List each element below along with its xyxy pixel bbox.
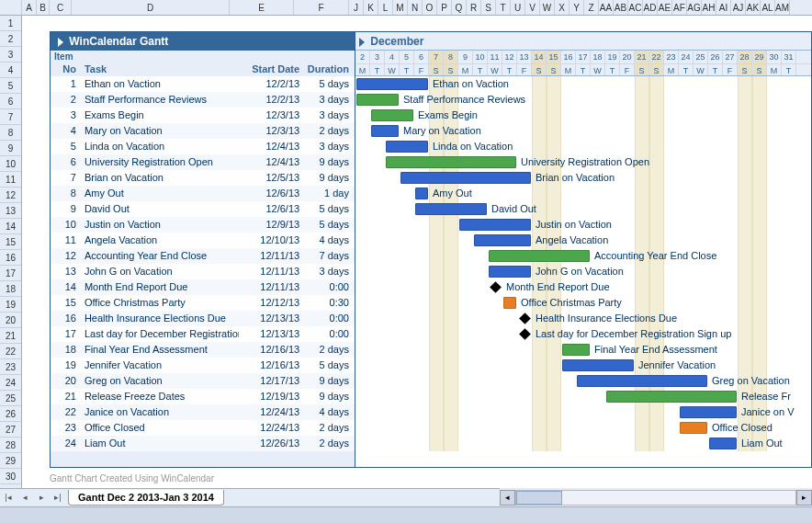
column-header-cell[interactable]: S — [481, 0, 496, 15]
column-header-cell[interactable]: U — [511, 0, 525, 15]
task-row[interactable]: 18Final Year End Assessment12/16/132 day… — [51, 342, 811, 358]
task-row[interactable]: 8Amy Out12/6/131 dayAmy Out — [51, 186, 811, 201]
row-header-cell[interactable]: 29 — [0, 453, 21, 469]
row-header-cell[interactable]: 24 — [0, 375, 21, 391]
task-row[interactable]: 12Accounting Year End Close12/11/137 day… — [51, 248, 811, 264]
gantt-bar[interactable] — [386, 156, 516, 168]
task-row[interactable]: 17Last day for December Registration12/1… — [51, 326, 811, 342]
row-header-cell[interactable]: 12 — [0, 188, 21, 203]
column-header-cell[interactable]: Y — [570, 0, 584, 15]
task-row[interactable]: 19Jennifer Vacation12/16/135 daysJennife… — [51, 358, 811, 373]
column-header-cell[interactable]: N — [408, 0, 423, 15]
row-header-cell[interactable]: 23 — [0, 359, 21, 375]
column-header-cell[interactable]: Q — [452, 0, 467, 15]
gantt-bar[interactable] — [371, 125, 399, 137]
scroll-thumb[interactable] — [516, 491, 562, 505]
row-header-cell[interactable]: 13 — [0, 203, 21, 219]
task-row[interactable]: 13John G on Vacation12/11/133 daysJohn G… — [51, 264, 811, 279]
gantt-bar[interactable] — [489, 266, 531, 278]
row-header-cell[interactable]: 4 — [0, 63, 21, 78]
column-header-cell[interactable]: Z — [584, 0, 599, 15]
task-row[interactable]: 1Ethan on Vaction12/2/135 daysEthan on V… — [51, 76, 811, 92]
column-header-cell[interactable]: AF — [672, 0, 687, 15]
row-header-cell[interactable]: 10 — [0, 156, 21, 172]
task-row[interactable]: 10Justin on Vaction12/9/135 daysJustin o… — [51, 217, 811, 233]
task-row[interactable]: 24Liam Out12/26/132 daysLiam Out — [51, 436, 811, 451]
task-row[interactable]: 6University Registration Open12/4/139 da… — [51, 154, 811, 170]
task-row[interactable]: 3Exams Begin12/3/133 daysExams Begin — [51, 108, 811, 123]
row-header-cell[interactable]: 19 — [0, 297, 21, 313]
column-header-cell[interactable]: AL — [761, 0, 775, 15]
task-row[interactable]: 7Brian on Vacation12/5/139 daysBrian on … — [51, 170, 811, 186]
column-header-cell[interactable]: AE — [658, 0, 672, 15]
column-header-cell[interactable]: F — [294, 0, 349, 15]
gantt-bar[interactable] — [709, 438, 737, 449]
column-header-cell[interactable]: AA — [599, 0, 614, 15]
task-row[interactable]: 15Office Christmas Party12/12/130:30Offi… — [51, 295, 811, 311]
task-row[interactable]: 4Mary on Vacation12/3/132 daysMary on Va… — [51, 123, 811, 139]
task-row[interactable]: 20Greg on Vacation12/17/139 daysGreg on … — [51, 373, 811, 389]
task-row[interactable]: 14Month End Report Due12/11/130:00Month … — [51, 279, 811, 295]
row-header-cell[interactable]: 8 — [0, 125, 21, 141]
gantt-bar[interactable] — [503, 297, 516, 309]
row-header-cell[interactable]: 20 — [0, 313, 21, 328]
column-header-cell[interactable]: C — [50, 0, 72, 15]
gantt-bar[interactable] — [489, 250, 590, 262]
row-header-cell[interactable]: 27 — [0, 422, 21, 438]
row-header-cell[interactable]: 9 — [0, 141, 21, 156]
column-header-cell[interactable]: E — [230, 0, 294, 15]
row-header-cell[interactable]: 18 — [0, 281, 21, 297]
row-header-cell[interactable]: 16 — [0, 250, 21, 266]
row-header-cell[interactable]: 17 — [0, 266, 21, 281]
sheet-tab-active[interactable]: Gantt Dec 2 2013-Jan 3 2014 — [68, 490, 224, 506]
row-header-cell[interactable]: 22 — [0, 344, 21, 359]
row-headers[interactable]: 1234567891011121314151617181920212223242… — [0, 16, 22, 488]
task-row[interactable]: 22Janice on Vacation12/24/134 daysJanice… — [51, 404, 811, 420]
row-header-cell[interactable]: 26 — [0, 406, 21, 422]
column-header-cell[interactable]: R — [467, 0, 481, 15]
column-header-cell[interactable]: L — [378, 0, 393, 15]
row-header-cell[interactable]: 28 — [0, 438, 21, 453]
row-header-cell[interactable]: 1 — [0, 16, 21, 31]
gantt-bar[interactable] — [415, 188, 428, 199]
column-header-cell[interactable]: B — [37, 0, 50, 15]
scroll-left-icon[interactable]: ◂ — [500, 490, 515, 506]
row-header-cell[interactable]: 14 — [0, 219, 21, 234]
gantt-bar[interactable] — [356, 78, 428, 90]
column-header-cell[interactable]: O — [423, 0, 437, 15]
column-header-cell[interactable]: P — [437, 0, 452, 15]
column-header-cell[interactable]: AK — [746, 0, 761, 15]
task-row[interactable]: 11Angela Vacation12/10/134 daysAngela Va… — [51, 233, 811, 248]
row-header-cell[interactable]: 7 — [0, 109, 21, 125]
row-header-cell[interactable]: 21 — [0, 328, 21, 344]
column-header-cell[interactable]: AI — [716, 0, 731, 15]
gantt-bar[interactable] — [606, 391, 737, 403]
tab-nav-first[interactable]: |◂ — [0, 490, 17, 506]
task-row[interactable]: 5Linda on Vacation12/4/133 daysLinda on … — [51, 139, 811, 154]
gantt-bar[interactable] — [680, 406, 737, 418]
spreadsheet-grid[interactable]: WinCalendar Gantt December Item No Task … — [22, 16, 812, 488]
gantt-bar[interactable] — [371, 109, 413, 121]
tab-nav-next[interactable]: ▸ — [33, 490, 50, 506]
horizontal-scrollbar[interactable]: ◂ ▸ — [500, 488, 812, 506]
column-header-cell[interactable]: W — [540, 0, 555, 15]
gantt-bar[interactable] — [459, 219, 531, 231]
column-header-cell[interactable]: AM — [775, 0, 790, 15]
column-header-cell[interactable]: K — [364, 0, 378, 15]
column-header-cell[interactable]: AG — [687, 0, 702, 15]
task-row[interactable]: 21Release Freeze Dates12/19/139 daysRele… — [51, 389, 811, 404]
column-header-cell[interactable]: T — [496, 0, 511, 15]
gantt-bar[interactable] — [562, 359, 634, 371]
gantt-bar[interactable] — [562, 344, 590, 356]
gantt-bar[interactable] — [474, 234, 531, 246]
row-header-cell[interactable]: 3 — [0, 47, 21, 63]
column-header-cell[interactable]: A — [22, 0, 37, 15]
row-header-cell[interactable]: 2 — [0, 31, 21, 47]
tab-nav-last[interactable]: ▸| — [50, 490, 66, 506]
row-header-cell[interactable]: 25 — [0, 391, 21, 406]
column-header-cell[interactable]: J — [349, 0, 364, 15]
scroll-right-icon[interactable]: ▸ — [796, 490, 812, 506]
column-header-cell[interactable]: AB — [614, 0, 628, 15]
column-header-cell[interactable]: AD — [643, 0, 658, 15]
column-header-cell[interactable]: V — [525, 0, 540, 15]
